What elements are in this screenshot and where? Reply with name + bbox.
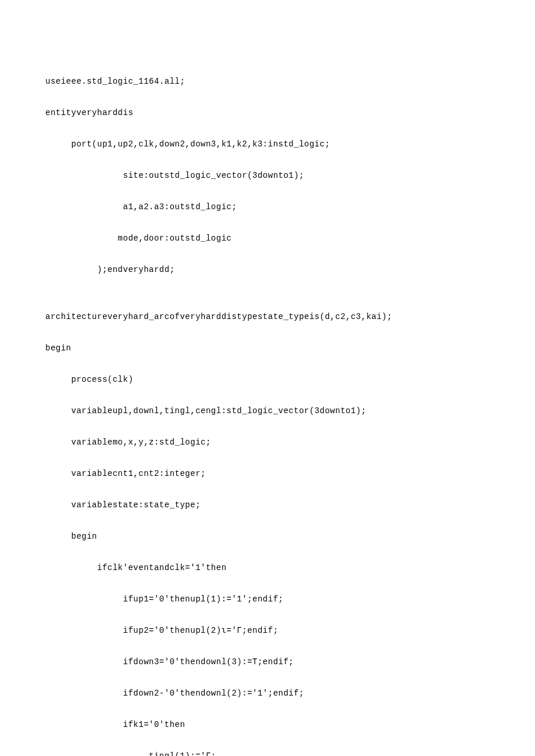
code-line: ifdown3='0'thendownl(3):=T;endif; (45, 654, 535, 670)
code-line: ifk1='0'then (45, 717, 535, 733)
code-line: variableupl,downl,tingl,cengl:std_logic_… (45, 403, 535, 419)
code-line: architectureveryhard_arcofveryharddistyp… (45, 309, 535, 325)
code-line: variablemo,x,y,z:std_logic; (45, 435, 535, 450)
code-line: begin (45, 341, 535, 356)
code-line: ifdown2-'0'thendownl(2):='1';endif; (45, 686, 535, 701)
code-line: variablecnt1,cnt2:integer; (45, 466, 535, 482)
code-line: ifup1='0'thenupl(1):='1';endif; (45, 592, 535, 607)
code-line: variablestate:state_type; (45, 497, 535, 513)
code-line: a1,a2.a3:outstd_logic; (45, 199, 535, 215)
code-line: useieee.std_logic_1164.all; (45, 74, 535, 89)
code-line: tingl(1):='Γ; (45, 748, 535, 756)
code-line: );endveryhardd; (45, 262, 535, 278)
code-line: mode,door:outstd_logic (45, 231, 535, 246)
code-page: useieee.std_logic_1164.all; entityveryha… (0, 0, 535, 756)
code-line: site:outstd_logic_vector(3downto1); (45, 168, 535, 184)
code-line: ifclk'eventandclk='1'then (45, 560, 535, 576)
code-line: ifup2='0'thenupl(2)ι='Γ;endif; (45, 623, 535, 639)
code-line: begin (45, 529, 535, 544)
code-line: port(up1,up2,clk,down2,down3,k1,k2,k3:in… (45, 137, 535, 152)
code-line: entityveryharddis (45, 105, 535, 121)
code-line: process(clk) (45, 372, 535, 388)
